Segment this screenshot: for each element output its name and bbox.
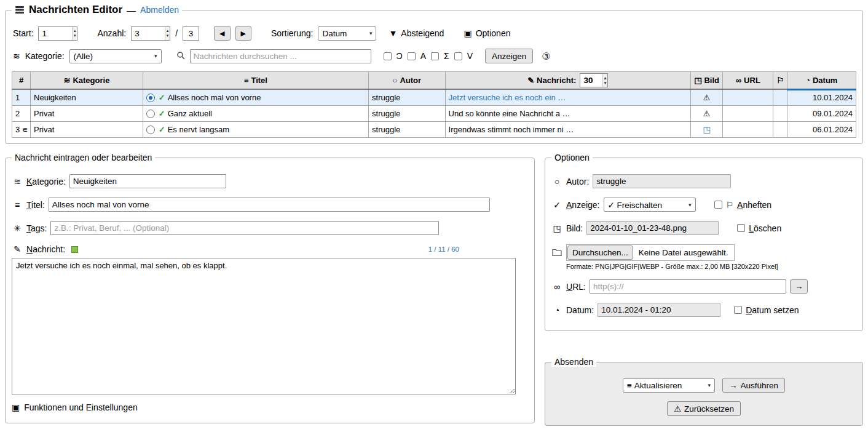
search-toggle-checkbox-1[interactable]	[384, 52, 392, 60]
select-row-radio[interactable]	[146, 126, 155, 134]
sort-desc-icon: ▼	[389, 28, 397, 38]
pencil-icon: ✎	[12, 244, 23, 254]
pin-label[interactable]: Anheften	[737, 200, 771, 210]
flag-icon: ⚐	[776, 76, 784, 85]
approved-check-icon: ✓	[159, 109, 165, 118]
col-nachricht[interactable]: ✎Nachricht: 30 ▴▾	[445, 72, 690, 90]
table-row[interactable]: 2 Privat ✓Ganz aktuell struggle Und so k…	[12, 105, 856, 121]
start-input[interactable]: 1 ▴▾	[38, 26, 77, 41]
pencil-icon: ✎	[527, 76, 534, 85]
search-input[interactable]	[190, 49, 371, 63]
options-panel: Optionen ○ Autor: ✓ Anzeige: ✓ Freischal…	[545, 153, 863, 331]
message-textarea[interactable]: Jetzt versuche ich es noch einmal, mal s…	[12, 258, 516, 394]
url-row: ∞ URL: →	[551, 279, 856, 294]
sort-direction-toggle[interactable]: ▼ Absteigend	[389, 28, 444, 38]
spin-up-icon[interactable]: ▴	[167, 28, 169, 33]
show-button[interactable]: Anzeigen	[485, 49, 533, 63]
search-toggle-label-4: V	[467, 51, 473, 61]
logout-link[interactable]: Abmelden	[140, 5, 179, 15]
url-cell	[723, 121, 773, 137]
spin-up-icon[interactable]: ▴	[74, 28, 76, 33]
send-panel: Absenden ≡Aktualisieren ▾ → Ausführen ⚠ …	[545, 357, 863, 426]
list-icon: ≡	[244, 76, 249, 85]
editor-legend: Nachricht eintragen oder bearbeiten	[12, 153, 155, 162]
row-number-cell: 3 ∊	[12, 121, 31, 137]
start-spinner[interactable]: ▴▾	[72, 27, 77, 40]
filter-bar: ≋ Kategorie: (Alle) ▾ Ɔ A Σ V Anzeigen ③	[13, 49, 855, 63]
image-name-field[interactable]	[586, 221, 719, 235]
title-field[interactable]	[49, 198, 490, 212]
image-status-cell: ⚠	[691, 105, 723, 121]
display-label: Anzeige:	[566, 200, 600, 210]
date-field[interactable]	[598, 303, 720, 317]
execute-button[interactable]: → Ausführen	[722, 378, 785, 393]
anzahl-spinner[interactable]: ▴▾	[165, 27, 170, 40]
file-status: Keine Datei ausgewählt.	[639, 248, 734, 257]
warning-icon: ⚠	[703, 93, 711, 102]
search-toggle-checkbox-3[interactable]	[431, 52, 439, 60]
sort-select[interactable]: Datum ▾	[318, 26, 376, 41]
file-row: Durchsuchen... Keine Datei ausgewählt.	[551, 244, 856, 261]
message-length-spinner[interactable]: ▴▾	[602, 74, 608, 87]
col-titel[interactable]: ≡Titel	[143, 72, 368, 90]
image-row: ◳ Bild: Löschen	[551, 221, 856, 235]
browse-button[interactable]: Durchsuchen...	[567, 246, 633, 260]
search-toggle-checkbox-2[interactable]	[408, 52, 416, 60]
image-icon: ◳	[694, 76, 701, 85]
url-cell	[723, 105, 773, 121]
spin-down-icon[interactable]: ▾	[167, 33, 169, 38]
title-row: ≡ Titel:	[12, 198, 528, 212]
col-autor[interactable]: ○Autor	[369, 72, 445, 90]
author-field[interactable]	[593, 174, 731, 188]
col-flag[interactable]: ⚐	[773, 72, 787, 90]
prev-page-button[interactable]: ◀	[214, 26, 230, 41]
message-label: Nachricht:	[26, 244, 65, 254]
file-input[interactable]: Durchsuchen... Keine Datei ausgewählt.	[566, 244, 735, 261]
functions-toggle[interactable]: ▣ Funktionen und Einstellungen	[12, 402, 528, 412]
col-bild[interactable]: ◳Bild	[691, 72, 723, 90]
reset-button[interactable]: ⚠ Zurücksetzen	[667, 401, 741, 416]
category-icon: ≋	[64, 76, 71, 85]
url-field[interactable]	[590, 279, 786, 294]
col-kategorie[interactable]: ≋Kategorie	[31, 72, 143, 90]
category-select[interactable]: (Alle) ▾	[69, 49, 162, 63]
select-row-radio[interactable]	[146, 94, 155, 102]
delete-image-label[interactable]: Löschen	[749, 223, 781, 233]
category-field[interactable]	[69, 174, 226, 188]
url-go-button[interactable]: →	[790, 279, 808, 294]
table-row[interactable]: 3 ∊ Privat ✓Es nervt langsam struggle Ir…	[12, 121, 856, 137]
arrow-right-icon: →	[729, 381, 738, 390]
set-date-checkbox[interactable]	[734, 306, 742, 314]
message-cell: Jetzt versuche ich es noch ein …	[445, 89, 690, 105]
message-status-icon	[71, 246, 78, 253]
category-icon: ≋	[13, 51, 20, 61]
tags-field[interactable]	[50, 221, 439, 235]
search-toggle-checkbox-4[interactable]	[454, 52, 462, 60]
options-toggle[interactable]: ▣ Optionen	[464, 28, 510, 38]
anzahl-input[interactable]: 3 ▴▾	[131, 26, 170, 41]
date-cell: 10.01.2024	[787, 89, 856, 105]
message-length-input[interactable]: 30 ▴▾	[580, 73, 608, 87]
col-datum[interactable]: ◔Datum	[787, 72, 856, 90]
display-select[interactable]: ✓ Freischalten ▾	[604, 198, 696, 212]
element-marker: ∊	[22, 125, 28, 134]
table-row[interactable]: 1 Neuigkeiten ✓Allses noch mal von vorne…	[12, 89, 856, 105]
set-date-label[interactable]: Datum setzen	[746, 305, 799, 315]
author-cell: struggle	[369, 89, 445, 105]
delete-image-checkbox[interactable]	[737, 224, 745, 232]
spin-down-icon[interactable]: ▾	[74, 33, 76, 38]
pin-checkbox[interactable]	[714, 201, 722, 209]
col-url[interactable]: ∞URL	[723, 72, 773, 90]
spin-down-icon[interactable]: ▾	[604, 81, 607, 86]
approved-check-icon: ✓	[159, 93, 165, 102]
spin-up-icon[interactable]: ▴	[604, 76, 607, 81]
image-status-cell: ⚠	[691, 89, 723, 105]
author-cell: struggle	[369, 121, 445, 137]
messages-panel: Nachrichten Editor — Abmelden Start: 1 ▴…	[5, 4, 863, 144]
send-action-row: ≡Aktualisieren ▾ → Ausführen	[551, 378, 856, 393]
next-page-button[interactable]: ▶	[235, 26, 251, 41]
category-cell: Privat	[31, 105, 143, 121]
select-row-radio[interactable]	[146, 110, 155, 118]
category-cell: Privat	[31, 121, 143, 137]
action-select[interactable]: ≡Aktualisieren ▾	[623, 378, 715, 393]
